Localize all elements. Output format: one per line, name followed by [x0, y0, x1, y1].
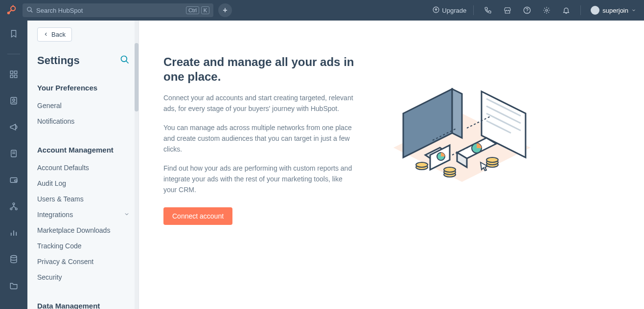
svg-line-2	[9, 10, 12, 12]
svg-line-5	[31, 10, 33, 12]
svg-point-9	[546, 9, 548, 11]
phone-icon[interactable]	[481, 3, 495, 18]
add-button[interactable]: +	[218, 3, 232, 17]
page-heading: Create and manage all your ads in one pl…	[163, 55, 354, 84]
svg-point-20	[13, 203, 15, 205]
sidebar-item-general[interactable]: General	[37, 98, 130, 113]
search-placeholder: Search HubSpot	[36, 7, 83, 14]
user-label: superjoin	[602, 7, 628, 14]
marketplace-icon[interactable]	[500, 3, 515, 18]
sidebar-item-integrations[interactable]: Integrations	[37, 207, 130, 222]
bookmark-icon[interactable]	[7, 27, 20, 40]
sidebar-item-audit-log[interactable]: Audit Log	[37, 176, 130, 191]
paragraph-2: You can manage ads across multiple netwo…	[163, 123, 354, 154]
megaphone-icon[interactable]	[7, 121, 20, 133]
wallet-icon[interactable]	[7, 174, 20, 186]
svg-rect-13	[15, 75, 17, 78]
user-menu[interactable]: superjoin	[588, 6, 639, 15]
database-icon[interactable]	[7, 253, 20, 265]
settings-panel: Back Settings Your Preferences General N…	[27, 21, 139, 309]
svg-point-8	[527, 12, 528, 12]
left-rail	[0, 21, 27, 309]
hubspot-logo[interactable]	[5, 4, 18, 17]
hero-illustration	[384, 55, 540, 182]
section-account-management: Account Management	[37, 146, 130, 154]
paragraph-1: Connect your ad accounts and start creat…	[163, 93, 354, 114]
sidebar-item-account-defaults[interactable]: Account Defaults	[37, 160, 130, 176]
content-icon[interactable]	[7, 147, 20, 160]
main-content: Create and manage all your ads in one pl…	[139, 21, 644, 309]
settings-search-icon[interactable]	[120, 55, 130, 66]
connect-account-button[interactable]: Connect account	[163, 207, 232, 225]
svg-rect-12	[10, 75, 13, 78]
settings-title: Settings	[37, 54, 80, 67]
back-button[interactable]: Back	[37, 27, 72, 42]
svg-rect-11	[15, 71, 17, 73]
sidebar-item-privacy-consent[interactable]: Privacy & Consent	[37, 254, 130, 269]
sidebar-item-marketplace-downloads[interactable]: Marketplace Downloads	[37, 222, 130, 238]
top-navbar: Search HubSpot Ctrl K + Upgrade superjoi…	[0, 0, 644, 21]
sidebar-item-tracking-code[interactable]: Tracking Code	[37, 238, 130, 254]
search-icon	[26, 6, 33, 15]
svg-point-40	[416, 162, 428, 167]
upgrade-label: Upgrade	[442, 7, 466, 14]
svg-point-27	[121, 56, 127, 62]
svg-point-4	[27, 7, 31, 11]
help-icon[interactable]	[520, 3, 534, 18]
section-data-management: Data Management	[37, 302, 130, 309]
grid-icon[interactable]	[7, 68, 20, 81]
chevron-down-icon	[124, 211, 130, 219]
global-search[interactable]: Search HubSpot Ctrl K	[23, 3, 213, 17]
folder-icon[interactable]	[7, 279, 20, 292]
paragraph-3: Find out how your ads are performing wit…	[163, 163, 354, 195]
sidebar-item-security[interactable]: Security	[37, 269, 130, 285]
kbd-k: K	[201, 6, 209, 14]
svg-point-38	[444, 167, 456, 172]
svg-rect-10	[10, 71, 13, 73]
chart-icon[interactable]	[7, 226, 20, 239]
plus-icon: +	[223, 6, 227, 15]
sidebar-item-users-teams[interactable]: Users & Teams	[37, 191, 130, 207]
settings-icon[interactable]	[539, 3, 554, 18]
upgrade-link[interactable]: Upgrade	[433, 6, 466, 15]
svg-point-15	[13, 99, 15, 101]
notifications-icon[interactable]	[559, 3, 574, 18]
scrollbar-thumb[interactable]	[135, 43, 138, 111]
avatar	[591, 6, 599, 15]
svg-rect-14	[11, 97, 17, 104]
section-your-preferences: Your Preferences	[37, 84, 130, 92]
chevron-left-icon	[44, 31, 48, 38]
sidebar-item-notifications[interactable]: Notifications	[37, 113, 130, 129]
caret-down-icon	[631, 7, 636, 14]
svg-line-28	[126, 61, 129, 64]
back-label: Back	[51, 31, 66, 38]
svg-point-26	[11, 256, 17, 258]
upgrade-icon	[433, 6, 439, 15]
tree-icon[interactable]	[7, 200, 20, 213]
svg-point-43	[486, 157, 498, 162]
contact-icon[interactable]	[7, 94, 20, 107]
kbd-ctrl: Ctrl	[186, 6, 199, 14]
